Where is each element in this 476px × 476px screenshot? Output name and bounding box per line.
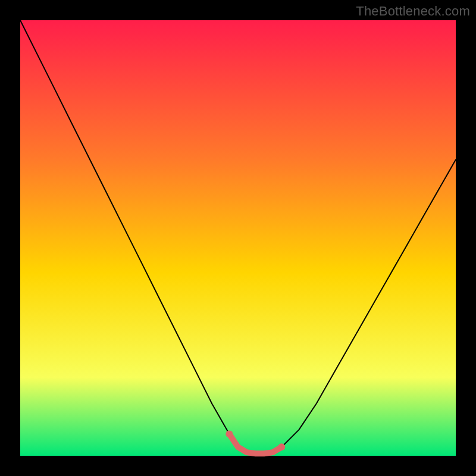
plot-background (20, 20, 456, 456)
optimal-region-start-dot (226, 430, 233, 437)
chart-frame: { "watermark": "TheBottleneck.com", "col… (0, 0, 476, 476)
bottleneck-chart (0, 0, 476, 476)
optimal-region-end-dot (278, 443, 285, 450)
